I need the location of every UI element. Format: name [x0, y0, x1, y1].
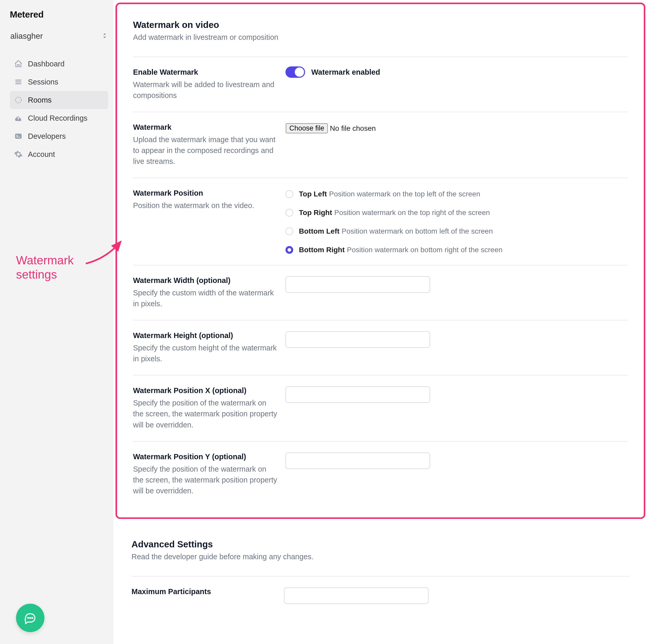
- svg-rect-4: [15, 133, 22, 139]
- radio-label: Top Right: [299, 209, 332, 217]
- callout-line1: Watermark: [16, 253, 74, 268]
- field-enable-watermark: Enable Watermark Watermark will be added…: [133, 57, 628, 112]
- field-label: Watermark Position Y (optional): [133, 453, 278, 461]
- section-subtitle: Read the developer guide before making a…: [131, 553, 629, 561]
- sidebar-item-rooms[interactable]: Rooms: [10, 91, 108, 109]
- svg-point-7: [32, 617, 33, 618]
- cloud-icon: [14, 114, 23, 122]
- list-icon: [14, 78, 23, 86]
- radio-label: Bottom Right: [299, 246, 345, 254]
- chevron-updown-icon: [101, 33, 108, 40]
- sidebar-item-cloud-recordings[interactable]: Cloud Recordings: [10, 109, 108, 127]
- field-watermark-position-x: Watermark Position X (optional) Specify …: [133, 375, 628, 441]
- field-max-participants: Maximum Participants: [131, 577, 629, 615]
- radio-option-top-right[interactable]: Top Right Position watermark on the top …: [285, 209, 628, 217]
- sidebar-item-label: Developers: [28, 132, 66, 141]
- watermark-width-input[interactable]: [285, 276, 430, 293]
- sidebar: Metered aliasgher Dashboard Sessions Roo…: [0, 0, 114, 644]
- file-input[interactable]: Choose file No file chosen: [285, 123, 628, 133]
- field-watermark-position-y: Watermark Position Y (optional) Specify …: [133, 442, 628, 507]
- field-desc: Position the watermark on the video.: [133, 200, 278, 211]
- radio-option-bottom-left[interactable]: Bottom Left Position watermark on bottom…: [285, 227, 628, 236]
- choose-file-button[interactable]: Choose file: [286, 123, 328, 133]
- radio-desc: Position watermark on bottom left of the…: [342, 227, 493, 235]
- watermark-position-x-input[interactable]: [285, 386, 430, 403]
- sidebar-item-sessions[interactable]: Sessions: [10, 73, 108, 91]
- field-label: Watermark Height (optional): [133, 331, 278, 340]
- watermark-height-input[interactable]: [285, 331, 430, 348]
- annotation-callout: Watermark settings: [16, 253, 74, 282]
- svg-point-3: [16, 97, 22, 103]
- gear-icon: [14, 150, 23, 159]
- radio-icon: [285, 209, 293, 217]
- radio-label: Bottom Left: [299, 227, 339, 235]
- field-label: Maximum Participants: [131, 587, 276, 596]
- chat-icon: [24, 612, 36, 624]
- radio-label: Top Left: [299, 190, 327, 198]
- field-label: Watermark Width (optional): [133, 276, 278, 285]
- sidebar-item-account[interactable]: Account: [10, 145, 108, 163]
- sidebar-item-label: Sessions: [28, 78, 58, 86]
- field-label: Watermark Position: [133, 189, 278, 197]
- sidebar-item-label: Dashboard: [28, 60, 65, 68]
- svg-point-6: [30, 617, 30, 618]
- field-desc: Specify the position of the watermark on…: [133, 464, 278, 496]
- field-desc: Watermark will be added to livestream an…: [133, 79, 278, 101]
- toggle-knob: [295, 67, 304, 77]
- field-watermark-position: Watermark Position Position the watermar…: [133, 178, 628, 266]
- field-desc: Specify the custom width of the watermar…: [133, 287, 278, 309]
- field-label: Watermark Position X (optional): [133, 386, 278, 395]
- field-desc: Specify the position of the watermark on…: [133, 397, 278, 430]
- user-label: aliasgher: [10, 32, 43, 41]
- field-watermark-upload: Watermark Upload the watermark image tha…: [133, 112, 628, 178]
- advanced-settings-region: Advanced Settings Read the developer gui…: [114, 519, 651, 615]
- radio-icon: [285, 190, 293, 198]
- file-chosen-text: No file chosen: [330, 124, 376, 132]
- sidebar-item-label: Account: [28, 150, 55, 159]
- field-desc: Upload the watermark image that you want…: [133, 134, 278, 167]
- sidebar-item-label: Cloud Recordings: [28, 114, 88, 122]
- field-desc: Specify the custom height of the waterma…: [133, 342, 278, 364]
- field-label: Enable Watermark: [133, 68, 278, 76]
- terminal-icon: [14, 132, 23, 141]
- radio-desc: Position watermark on the top left of th…: [329, 190, 480, 198]
- sidebar-nav: Dashboard Sessions Rooms Cloud Recording…: [10, 55, 108, 163]
- radio-option-top-left[interactable]: Top Left Position watermark on the top l…: [285, 190, 628, 198]
- brand-logo: Metered: [10, 9, 108, 20]
- watermark-position-y-input[interactable]: [285, 453, 430, 469]
- radio-option-bottom-right[interactable]: Bottom Right Position watermark on botto…: [285, 246, 628, 254]
- sidebar-item-dashboard[interactable]: Dashboard: [10, 55, 108, 73]
- sidebar-item-label: Rooms: [28, 96, 52, 104]
- max-participants-input[interactable]: [284, 587, 429, 604]
- field-watermark-height: Watermark Height (optional) Specify the …: [133, 320, 628, 375]
- field-watermark-width: Watermark Width (optional) Specify the c…: [133, 266, 628, 320]
- field-label: Watermark: [133, 123, 278, 131]
- section-title: Advanced Settings: [131, 539, 629, 549]
- radio-desc: Position watermark on bottom right of th…: [347, 246, 502, 254]
- section-subtitle: Add watermark in livestream or compositi…: [133, 33, 628, 41]
- watermark-settings-region: Watermark on video Add watermark in live…: [116, 3, 645, 519]
- callout-line2: settings: [16, 268, 74, 282]
- home-icon: [14, 59, 23, 68]
- radio-desc: Position watermark on the top right of t…: [334, 209, 490, 217]
- svg-point-5: [28, 617, 28, 618]
- user-selector[interactable]: aliasgher: [10, 30, 108, 42]
- sidebar-item-developers[interactable]: Developers: [10, 127, 108, 145]
- rooms-icon: [14, 96, 23, 104]
- radio-icon: [285, 246, 293, 254]
- main-content: Watermark on video Add watermark in live…: [114, 0, 651, 644]
- toggle-status-label: Watermark enabled: [311, 68, 380, 76]
- section-title: Watermark on video: [133, 20, 628, 30]
- help-chat-button[interactable]: [16, 604, 44, 632]
- enable-watermark-toggle[interactable]: [285, 66, 305, 78]
- radio-icon: [285, 227, 293, 235]
